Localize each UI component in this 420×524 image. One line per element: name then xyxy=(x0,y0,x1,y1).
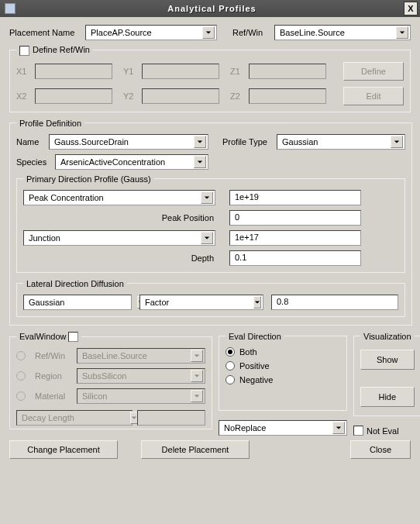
hide-button[interactable]: Hide xyxy=(360,387,415,407)
evaldir-positive-label: Positive xyxy=(239,361,270,371)
refwin-label: Ref/Win xyxy=(232,28,270,37)
placement-name-input[interactable] xyxy=(89,26,202,39)
x1-input xyxy=(35,64,112,79)
evalwin-material-radio xyxy=(16,391,26,401)
change-placement-button[interactable]: Change Placement xyxy=(9,440,118,459)
peak-concentration-value[interactable] xyxy=(229,190,361,205)
define-refwin-legend: Define Ref/Win xyxy=(33,45,90,54)
evalwindow-group: EvalWindow Ref/Win Region Material xyxy=(9,332,212,430)
profile-type-label: Profile Type xyxy=(222,137,272,147)
junction-combo[interactable] xyxy=(23,230,215,246)
window-close-button[interactable]: X xyxy=(404,2,418,16)
evaldir-negative-radio[interactable] xyxy=(225,375,235,384)
titlebar: Analytical Profiles X xyxy=(0,0,420,17)
chevron-down-icon[interactable] xyxy=(253,296,261,309)
visualization-group: Visualization Show Hide xyxy=(353,332,420,417)
profile-definition-group: Profile Definition Name Profile Type Spe… xyxy=(9,119,412,326)
z2-input xyxy=(249,88,326,104)
chevron-down-icon[interactable] xyxy=(202,26,215,39)
chevron-down-icon[interactable] xyxy=(396,26,408,39)
evalwindow-checkbox[interactable] xyxy=(68,332,78,342)
not-eval-label: Not Eval xyxy=(367,426,399,436)
y1-label: Y1 xyxy=(123,67,137,76)
lateral-method-combo[interactable] xyxy=(23,295,132,310)
x1-label: X1 xyxy=(16,67,30,76)
y1-input xyxy=(142,64,219,79)
y2-input xyxy=(142,88,219,104)
chevron-down-icon[interactable] xyxy=(194,136,206,148)
profile-name-input[interactable] xyxy=(53,136,194,148)
evalwin-refwin-combo xyxy=(77,348,205,364)
close-icon: X xyxy=(408,4,413,13)
profile-name-combo[interactable] xyxy=(49,134,208,150)
not-eval-checkbox[interactable] xyxy=(353,426,363,436)
species-input[interactable] xyxy=(59,156,194,168)
lateral-diffusion-legend: Lateral Direction Diffusion xyxy=(23,279,127,288)
define-refwin-group: Define Ref/Win X1 Y1 Z1 Define X2 Y2 Z2 … xyxy=(9,45,411,112)
z2-label: Z2 xyxy=(230,91,244,101)
edit-button: Edit xyxy=(343,87,404,105)
chevron-down-icon xyxy=(191,350,203,362)
x2-input xyxy=(35,88,112,104)
chevron-down-icon xyxy=(191,370,203,382)
chevron-down-icon[interactable] xyxy=(391,136,403,148)
species-combo[interactable] xyxy=(55,154,208,170)
refwin-input[interactable] xyxy=(278,26,396,39)
refwin-combo[interactable] xyxy=(274,25,411,40)
window-sysmenu-icon[interactable] xyxy=(5,3,15,14)
x2-label: X2 xyxy=(16,91,30,101)
chevron-down-icon xyxy=(191,390,203,402)
define-refwin-checkbox[interactable] xyxy=(19,46,29,56)
close-button[interactable]: Close xyxy=(350,440,411,459)
eval-direction-legend: Eval Direction xyxy=(225,332,284,341)
show-button[interactable]: Show xyxy=(360,350,415,370)
evalwin-region-radio xyxy=(16,371,26,381)
y2-label: Y2 xyxy=(123,91,137,101)
evalwin-material-combo xyxy=(77,388,205,404)
evaldir-both-label: Both xyxy=(239,347,257,357)
z1-label: Z1 xyxy=(230,67,244,76)
lateral-factor-combo[interactable] xyxy=(139,295,263,310)
evalwin-region-combo xyxy=(77,368,205,384)
lateral-diffusion-group: Lateral Direction Diffusion xyxy=(16,279,405,317)
evalwin-region-label: Region xyxy=(35,371,72,381)
delete-placement-button[interactable]: Delete Placement xyxy=(141,440,250,459)
primary-direction-group: Primary Direction Profile (Gauss) Peak P… xyxy=(16,174,405,273)
chevron-down-icon[interactable] xyxy=(194,156,206,168)
evalwin-refwin-label: Ref/Win xyxy=(35,351,72,360)
junction-combo-input[interactable] xyxy=(27,232,201,244)
window-title: Analytical Profiles xyxy=(20,4,404,13)
lateral-factor-input[interactable] xyxy=(143,296,253,309)
lateral-method-input[interactable] xyxy=(27,296,137,309)
visualization-legend: Visualization xyxy=(360,332,415,341)
evalwindow-legend: EvalWindow xyxy=(19,332,67,341)
peak-concentration-combo[interactable] xyxy=(23,190,215,205)
depth-value[interactable] xyxy=(229,250,361,266)
z1-input xyxy=(249,64,326,79)
evalwin-material-label: Material xyxy=(35,391,72,401)
chevron-down-icon[interactable] xyxy=(201,232,213,244)
placement-name-label: Placement Name xyxy=(9,28,81,37)
noreplace-input[interactable] xyxy=(222,422,332,434)
define-button: Define xyxy=(343,62,404,81)
peak-position-value[interactable] xyxy=(229,210,361,226)
profile-definition-legend: Profile Definition xyxy=(16,119,84,128)
chevron-down-icon[interactable] xyxy=(201,191,213,204)
chevron-down-icon[interactable] xyxy=(332,422,345,434)
evalwin-refwin-radio xyxy=(16,351,26,360)
profile-name-label: Name xyxy=(16,137,44,147)
decay-length-value xyxy=(137,410,205,426)
profile-type-input[interactable] xyxy=(281,136,391,148)
evaldir-negative-label: Negative xyxy=(239,375,273,384)
evaldir-both-radio[interactable] xyxy=(225,347,235,357)
primary-direction-legend: Primary Direction Profile (Gauss) xyxy=(23,174,154,184)
noreplace-combo[interactable] xyxy=(219,420,347,436)
profile-type-combo[interactable] xyxy=(277,134,405,150)
evaldir-positive-radio[interactable] xyxy=(225,361,235,371)
eval-direction-group: Eval Direction Both Positive Negative xyxy=(219,332,347,412)
junction-value[interactable] xyxy=(229,230,361,246)
peak-concentration-combo-input[interactable] xyxy=(27,191,201,204)
placement-name-combo[interactable] xyxy=(85,25,217,40)
decay-length-combo xyxy=(16,410,133,426)
lateral-value-input[interactable] xyxy=(271,295,398,310)
